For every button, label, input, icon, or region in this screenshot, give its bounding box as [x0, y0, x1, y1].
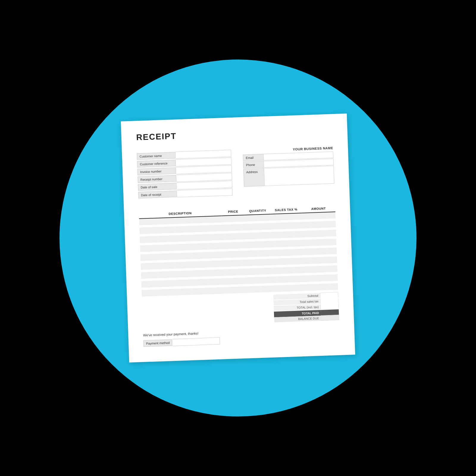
table-cell[interactable]: [245, 223, 271, 231]
right-field-row: Address: [243, 166, 334, 187]
table-cell[interactable]: [246, 232, 272, 239]
table-cell[interactable]: [222, 233, 246, 240]
field-value-4[interactable]: [176, 181, 232, 190]
totals-value-2[interactable]: [320, 303, 339, 309]
totals-value-4[interactable]: [321, 315, 339, 320]
totals-value-3[interactable]: [321, 309, 339, 315]
table-cell[interactable]: [247, 268, 273, 275]
col-header-price: PRICE: [221, 208, 245, 216]
table-cell[interactable]: [224, 277, 248, 285]
table-cell[interactable]: [222, 224, 246, 231]
bottom-left: We've received your payment, thanks! Pay…: [143, 325, 340, 347]
field-value-3[interactable]: [176, 173, 232, 182]
field-value-5[interactable]: [177, 188, 233, 198]
col-header-sales-tax: SALES TAX %: [270, 206, 302, 214]
field-label-1: Customer reference: [137, 160, 176, 168]
right-fields: YOUR BUSINESS NAME EmailPhoneAddress: [243, 146, 335, 196]
field-label-3: Receipt number: [138, 175, 177, 183]
field-label-2: Invoice number: [137, 167, 176, 176]
receipt-paper: RECEIPT Customer nameCustomer referenceI…: [121, 113, 355, 362]
totals-value-1[interactable]: [320, 298, 339, 304]
right-field-label-2: Address: [243, 168, 265, 187]
right-field-label-1: Phone: [243, 161, 264, 168]
table-cell[interactable]: [224, 286, 248, 294]
field-value-0[interactable]: [176, 150, 231, 159]
table-cell[interactable]: [223, 260, 247, 267]
table-cell[interactable]: [223, 269, 247, 276]
field-label-5: Date of receipt: [138, 191, 177, 199]
table-cell[interactable]: [245, 214, 271, 222]
right-field-value-2[interactable]: [264, 166, 334, 186]
payment-method-label: Payment method: [143, 339, 173, 347]
receipt-title: RECEIPT: [136, 126, 333, 142]
top-section: Customer nameCustomer referenceInvoice n…: [137, 146, 335, 199]
table-cell[interactable]: [246, 241, 272, 248]
table-cell[interactable]: [223, 242, 246, 249]
table-cell[interactable]: [246, 250, 272, 257]
field-value-2[interactable]: [176, 165, 232, 174]
table-cell[interactable]: [247, 277, 273, 284]
items-table: DESCRIPTION PRICE QUANTITY SALES TAX % A…: [139, 204, 338, 299]
table-cell[interactable]: [248, 285, 273, 293]
table-cell[interactable]: [223, 251, 247, 258]
col-header-quantity: QUANTITY: [245, 207, 271, 215]
bottom-section: We've received your payment, thanks! Pay…: [143, 325, 340, 347]
field-label-4: Date of sale: [138, 183, 177, 191]
left-fields: Customer nameCustomer referenceInvoice n…: [137, 150, 233, 199]
payment-method-value[interactable]: [172, 337, 220, 346]
totals-value-0[interactable]: [320, 292, 338, 298]
table-cell[interactable]: [247, 259, 273, 266]
field-label-0: Customer name: [137, 152, 176, 160]
totals-table: SubtotalTotal sales taxTOTAL (incl. tax)…: [273, 292, 339, 322]
field-value-1[interactable]: [176, 157, 232, 167]
table-cell[interactable]: [222, 215, 245, 223]
right-field-label-0: Email: [243, 154, 264, 161]
